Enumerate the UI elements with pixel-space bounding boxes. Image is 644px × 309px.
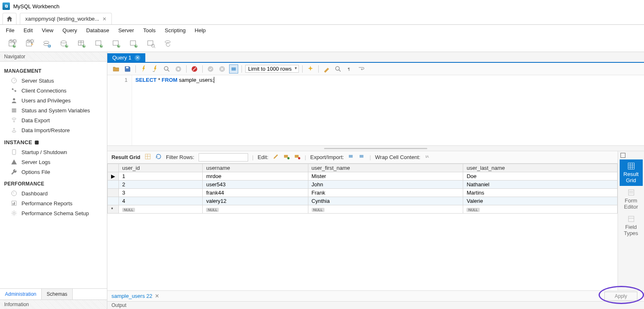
tab-schemas[interactable]: Schemas [42, 289, 73, 299]
execute-current-button[interactable] [151, 64, 160, 74]
table-row[interactable]: 3frank44FrankMartins [108, 189, 618, 197]
result-tab[interactable]: sample_users 22 ✕ [111, 293, 159, 299]
toggle-invisible-button[interactable]: ¶ [345, 64, 354, 74]
nav-label: Users and Privileges [21, 97, 71, 104]
menu-view[interactable]: View [42, 27, 53, 33]
svg-line-45 [13, 192, 14, 193]
side-tab-result-grid[interactable]: Result Grid [620, 159, 643, 186]
form-icon [626, 188, 637, 197]
close-icon[interactable]: ✕ [155, 293, 159, 299]
nav-client-connections[interactable]: Client Connections [4, 86, 103, 95]
save-button[interactable] [123, 64, 132, 74]
col-header[interactable]: username [203, 164, 308, 172]
open-sql-button[interactable]: SQL [24, 38, 36, 50]
table-row[interactable]: 4valery12CynthiaValerie [108, 197, 618, 205]
new-sql-tab-button[interactable]: SQL+ [7, 38, 18, 50]
panel-toggle[interactable] [620, 153, 625, 158]
col-header[interactable]: user_id [119, 164, 203, 172]
side-tab-form-editor[interactable]: Form Editor [620, 186, 643, 212]
create-view-button[interactable]: + [93, 38, 105, 50]
svg-rect-74 [360, 155, 363, 158]
col-header[interactable]: user_last_name [463, 164, 618, 172]
export-icon[interactable] [348, 153, 355, 161]
svg-line-35 [13, 90, 15, 91]
col-header[interactable]: user_first_name [308, 164, 463, 172]
search-button[interactable] [334, 64, 343, 74]
no-limit-button[interactable] [190, 64, 199, 74]
stop-button[interactable] [174, 64, 183, 74]
sql-editor[interactable]: 1 SELECT * FROM sample_users; [107, 75, 644, 145]
menu-query[interactable]: Query [62, 27, 77, 33]
reports-icon [11, 200, 17, 207]
tab-administration[interactable]: Administration [0, 289, 42, 299]
svg-rect-71 [295, 155, 298, 158]
close-icon[interactable]: ✕ [135, 55, 140, 61]
open-file-button[interactable] [111, 64, 121, 74]
nav-server-logs[interactable]: Server Logs [4, 157, 103, 167]
svg-rect-38 [12, 110, 17, 111]
refresh-icon[interactable] [155, 153, 162, 161]
side-tab-field-types[interactable]: Field Types [620, 212, 643, 239]
menu-scripting[interactable]: Scripting [165, 27, 186, 33]
delete-row-icon[interactable] [294, 153, 301, 161]
insert-row-icon[interactable] [283, 153, 290, 161]
nav-data-import[interactable]: Data Import/Restore [4, 125, 103, 135]
nav-status-variables[interactable]: Status and System Variables [4, 105, 103, 115]
commit-button[interactable] [206, 64, 215, 74]
rollback-button[interactable] [218, 64, 227, 74]
home-button[interactable] [2, 13, 17, 24]
svg-text:+: + [118, 43, 121, 48]
table-row[interactable]: 2user543JohnNathaniel [108, 181, 618, 189]
execute-button[interactable] [139, 64, 148, 74]
create-function-button[interactable]: + [128, 38, 140, 50]
import-icon[interactable] [359, 153, 365, 161]
nav-options-file[interactable]: Options File [4, 167, 103, 177]
nav-users-privileges[interactable]: Users and Privileges [4, 95, 103, 105]
svg-point-41 [12, 131, 16, 132]
autocommit-button[interactable] [229, 64, 238, 74]
filter-rows-input[interactable] [199, 153, 248, 162]
menu-server[interactable]: Server [118, 27, 134, 33]
create-schema-button[interactable]: + [59, 38, 70, 50]
menu-database[interactable]: Database [86, 27, 109, 33]
wrap-button[interactable] [357, 64, 366, 74]
connection-tab[interactable]: xamppmysql (testing_workbe... ✕ [20, 13, 112, 24]
splitter[interactable] [107, 145, 644, 151]
nav-data-export[interactable]: Data Export [4, 115, 103, 125]
svg-text:¶: ¶ [348, 67, 350, 71]
find-button[interactable] [322, 64, 331, 74]
menu-edit[interactable]: Edit [24, 27, 33, 33]
edit-icon[interactable] [272, 153, 279, 161]
menu-file[interactable]: File [6, 27, 14, 33]
search-table-button[interactable] [145, 38, 157, 50]
wrap-cell-icon[interactable]: IA [424, 153, 431, 161]
query-tab[interactable]: Query 1 ✕ [107, 53, 145, 62]
table-row-new[interactable]: *NULLNULLNULLNULL [108, 205, 618, 214]
nav-label: Data Export [21, 117, 50, 124]
beautify-button[interactable] [306, 64, 315, 74]
wrench-icon [11, 169, 17, 175]
svg-line-29 [154, 47, 155, 48]
import-icon [11, 127, 17, 133]
instance-icon [34, 140, 40, 145]
nav-performance-schema[interactable]: Performance Schema Setup [4, 208, 103, 218]
inspector-button[interactable]: i [41, 38, 53, 50]
nav-startup-shutdown[interactable]: Startup / Shutdown [4, 147, 103, 157]
create-table-button[interactable]: + [76, 38, 88, 50]
nav-server-status[interactable]: Server Status [4, 76, 103, 86]
create-procedure-button[interactable]: + [111, 38, 122, 50]
nav-dashboard[interactable]: Dashboard [4, 188, 103, 198]
menu-help[interactable]: Help [195, 27, 206, 33]
svg-rect-76 [628, 163, 634, 169]
result-grid[interactable]: user_id username user_first_name user_la… [107, 164, 618, 214]
limit-rows-select[interactable]: Limit to 1000 rows [245, 65, 299, 73]
svg-rect-69 [284, 155, 288, 158]
reconnect-button[interactable] [163, 38, 174, 50]
menu-tools[interactable]: Tools [143, 27, 156, 33]
warning-icon [11, 159, 17, 165]
table-row[interactable]: ▶1mrdoeMisterDoe [108, 172, 618, 181]
close-icon[interactable]: ✕ [102, 16, 107, 22]
explain-button[interactable] [162, 64, 171, 74]
nav-performance-reports[interactable]: Performance Reports [4, 198, 103, 208]
instance-section: INSTANCE [4, 139, 103, 145]
